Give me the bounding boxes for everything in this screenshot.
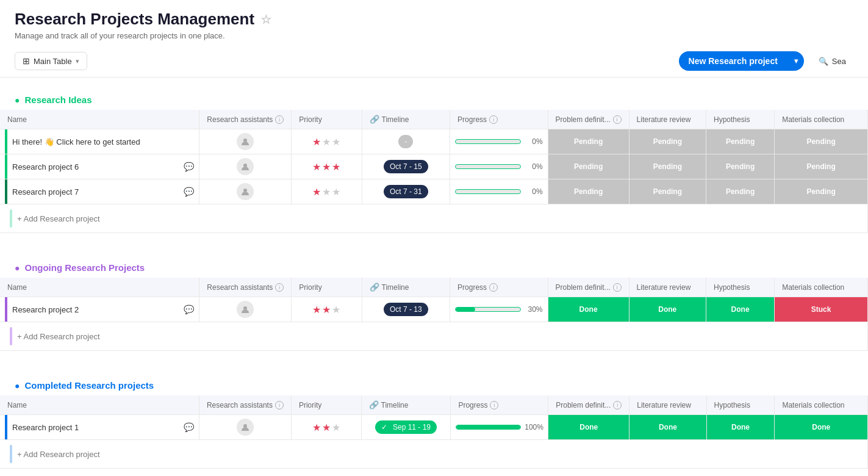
cell-materials-project2[interactable]: Stuck [775,297,868,322]
row-color-bar [5,154,7,179]
cell-problem-project1[interactable]: Done [548,415,629,440]
cell-priority-project1[interactable]: ★★★ [291,415,361,440]
assistants-info-icon[interactable]: i [275,115,284,124]
avatar-starter[interactable] [237,133,254,150]
problem-info-icon[interactable]: i [613,283,622,292]
section-ongoing: ● Ongoing Research Projects Name Researc… [0,258,868,363]
cell-hypothesis-project1[interactable]: Done [706,415,775,440]
cell-priority-project6[interactable]: ★★★ [292,154,362,179]
add-row-cell-ongoing[interactable]: + Add Research project [0,322,868,351]
priority-stars: ★★★ [292,186,361,198]
cell-materials-project1[interactable]: Done [775,415,868,440]
th-literature: Literature review [629,395,706,415]
problem-info-icon[interactable]: i [613,401,622,409]
chat-icon[interactable]: 💬 [184,305,194,314]
row-color-bar [5,179,7,204]
section-toggle-ongoing[interactable]: ● [15,263,20,273]
cell-hypothesis-starter[interactable]: Pending [706,129,775,154]
cell-problem-project7[interactable]: Pending [548,179,629,204]
cell-priority-project2[interactable]: ★★★ [292,297,362,322]
avatar-project2[interactable] [237,301,254,318]
cell-hypothesis-project2[interactable]: Done [706,297,775,322]
cell-priority-starter[interactable]: ★★★ [292,129,362,154]
status-badge: Pending [775,129,867,154]
chat-icon[interactable]: 💬 [184,187,194,197]
progress-text: 100% [525,423,543,431]
main-table-button[interactable]: ⊞ Main Table ▾ [15,52,87,70]
cell-timeline-project6[interactable]: Oct 7 - 15 [362,154,450,179]
row-name-project1[interactable]: Research project 1 [12,423,179,432]
chat-icon[interactable]: 💬 [184,162,194,171]
page-title: Research Projects Management ☆ [15,10,853,29]
section-title-ongoing[interactable]: Ongoing Research Projects [24,262,145,273]
status-badge: Pending [548,154,629,179]
cell-literature-project6[interactable]: Pending [629,154,706,179]
cell-literature-project2[interactable]: Done [629,297,706,322]
star-icon: ★ [322,136,331,148]
cell-problem-project6[interactable]: Pending [548,154,629,179]
cell-problem-starter[interactable]: Pending [548,129,629,154]
row-name-starter[interactable]: Hi there! 👋 Click here to get started [12,137,194,146]
cell-timeline-project1[interactable]: ✓Sep 11 - 19 [361,415,451,440]
add-row-ongoing[interactable]: + Add Research project [0,322,868,351]
new-research-project-button[interactable]: New Research project ▾ [679,51,804,71]
section-title-completed[interactable]: Completed Research projects [24,380,154,391]
status-badge: Pending [629,179,706,204]
cell-timeline-project2[interactable]: Oct 7 - 13 [362,297,450,322]
page-header: Research Projects Management ☆ Manage an… [0,0,868,45]
title-text: Research Projects Management [15,10,254,29]
cell-materials-starter[interactable]: Pending [775,129,868,154]
row-name-project7[interactable]: Research project 7 [12,187,179,197]
star-icon: ★ [332,161,340,173]
search-button[interactable]: 🔍 Sea [811,53,853,70]
cell-hypothesis-project6[interactable]: Pending [706,154,775,179]
progress-info-icon[interactable]: i [490,401,498,409]
favorite-star-icon[interactable]: ☆ [260,12,271,27]
add-row-cell-ideas[interactable]: + Add Research project [0,204,868,233]
add-label-completed: + Add Research project [17,450,100,459]
assistants-info-icon[interactable]: i [275,401,284,409]
row-name-project6[interactable]: Research project 6 [12,162,179,171]
th-hypothesis: Hypothesis [706,278,775,297]
th-problem: Problem definit... i [548,110,629,129]
star-icon: ★ [332,422,340,433]
toolbar: ⊞ Main Table ▾ New Research project ▾ 🔍 … [0,45,868,78]
cell-progress-project6: 0% [450,154,548,179]
progress-text: 30% [525,305,543,314]
chat-icon[interactable]: 💬 [184,422,194,432]
cell-timeline-starter[interactable]: - [362,129,450,154]
add-row-ideas[interactable]: + Add Research project [0,204,868,233]
row-name-project2[interactable]: Research project 2 [12,305,179,314]
cell-literature-project1[interactable]: Done [629,415,706,440]
add-row-cell-completed[interactable]: + Add Research project [0,440,868,469]
dropdown-arrow-icon[interactable]: ▾ [788,52,804,70]
assistants-info-icon[interactable]: i [275,283,284,292]
section-toggle-ideas[interactable]: ● [15,95,20,105]
th-assistants: Research assistants i [199,395,291,415]
section-title-ideas[interactable]: Research Ideas [24,95,91,105]
link-icon: 🔗 [370,115,379,124]
cell-hypothesis-project7[interactable]: Pending [706,179,775,204]
status-badge: Pending [629,154,706,179]
cell-timeline-project7[interactable]: Oct 7 - 31 [362,179,450,204]
cell-problem-project2[interactable]: Done [548,297,629,322]
avatar-project1[interactable] [237,419,254,436]
cell-materials-project6[interactable]: Pending [775,154,868,179]
timeline-badge-project6: Oct 7 - 15 [384,160,428,173]
cell-priority-project7[interactable]: ★★★ [292,179,362,204]
chevron-down-icon: ▾ [76,57,79,65]
section-toggle-completed[interactable]: ● [15,381,20,391]
table-icon: ⊞ [23,56,30,66]
timeline-badge-project2: Oct 7 - 13 [384,303,428,316]
avatar-project7[interactable] [237,183,254,200]
cell-literature-starter[interactable]: Pending [629,129,706,154]
avatar-project6[interactable] [237,158,254,175]
progress-info-icon[interactable]: i [489,283,498,292]
th-hypothesis: Hypothesis [706,395,775,415]
progress-info-icon[interactable]: i [489,115,498,124]
add-bar [10,327,12,345]
add-row-completed[interactable]: + Add Research project [0,440,868,469]
cell-materials-project7[interactable]: Pending [775,179,868,204]
cell-literature-project7[interactable]: Pending [629,179,706,204]
problem-info-icon[interactable]: i [613,115,622,124]
